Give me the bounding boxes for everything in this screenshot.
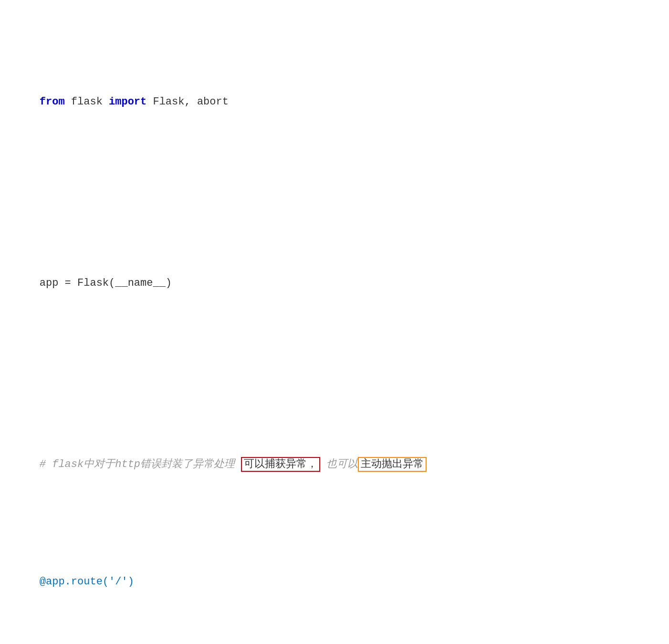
- line-route-decorator: @app.route('/'): [14, 557, 659, 607]
- keyword-import: import: [109, 96, 146, 108]
- text-also: 也可以: [320, 458, 358, 470]
- line-1: from flask import Flask, abort: [14, 77, 659, 127]
- code-editor: from flask import Flask, abort app = Fla…: [14, 10, 659, 644]
- comment-flask-http: # flask中对于http错误封装了异常处理: [40, 458, 235, 470]
- text-flask: flask: [65, 96, 109, 108]
- app-assignment: app = Flask(__name__): [40, 277, 172, 289]
- highlight-throw: 主动抛出异常: [358, 457, 427, 472]
- line-comment-http: # flask中对于http错误封装了异常处理 可以捕获异常， 也可以主动抛出异…: [14, 439, 659, 490]
- line-app: app = Flask(__name__): [14, 258, 659, 309]
- import-names: Flask, abort: [146, 96, 229, 108]
- route-decorator: @app.route('/'): [40, 576, 134, 588]
- highlight-catch: 可以捕获异常，: [241, 457, 320, 472]
- keyword-from: from: [40, 96, 65, 108]
